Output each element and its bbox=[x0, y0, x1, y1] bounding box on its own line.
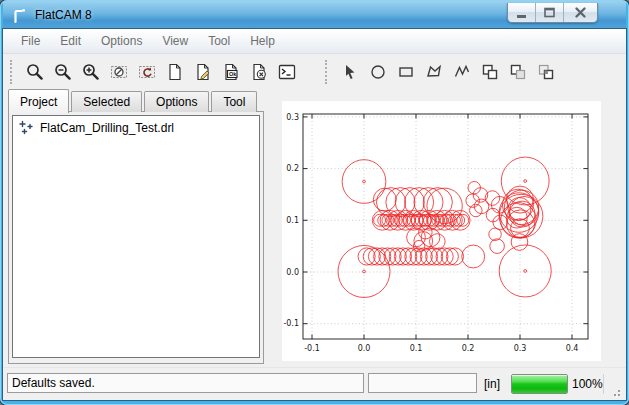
close-icon bbox=[572, 5, 589, 20]
status-message-panel: Defaults saved. bbox=[7, 373, 364, 393]
cancel-document-button[interactable] bbox=[245, 59, 273, 85]
zoom-fit-icon bbox=[25, 62, 45, 82]
toolbar-drag-handle-2[interactable] bbox=[325, 60, 330, 84]
new-project-icon bbox=[165, 62, 185, 82]
resize-grip[interactable] bbox=[610, 384, 622, 396]
draw-polygon-button[interactable] bbox=[420, 59, 448, 85]
menu-item-edit[interactable]: Edit bbox=[50, 30, 91, 52]
draw-polygon-icon bbox=[424, 62, 444, 82]
tree-item[interactable]: FlatCam_Drilling_Test.drl bbox=[13, 116, 259, 137]
svg-text:0.0: 0.0 bbox=[286, 268, 299, 277]
window-controls bbox=[507, 3, 598, 23]
status-message: Defaults saved. bbox=[12, 376, 95, 390]
union-button[interactable] bbox=[476, 59, 504, 85]
cancel-document-icon bbox=[249, 62, 269, 82]
progress-percent-label: 100% bbox=[572, 377, 603, 391]
progress-fill bbox=[512, 375, 567, 393]
toolbar-group-geometry bbox=[336, 59, 560, 85]
svg-text:-0.1: -0.1 bbox=[283, 319, 299, 328]
toolbar-group-file: Ok bbox=[21, 59, 301, 85]
draw-path-icon bbox=[452, 62, 472, 82]
close-button[interactable] bbox=[563, 3, 597, 22]
tab-bar: ProjectSelectedOptionsTool bbox=[8, 89, 259, 112]
clear-plot-icon bbox=[109, 62, 129, 82]
accept-document-button[interactable]: Ok bbox=[217, 59, 245, 85]
shell-icon bbox=[277, 62, 297, 82]
intersect-button[interactable] bbox=[532, 59, 560, 85]
union-icon bbox=[480, 62, 500, 82]
tab-tool[interactable]: Tool bbox=[211, 91, 257, 112]
edit-document-button[interactable] bbox=[189, 59, 217, 85]
maximize-button[interactable] bbox=[535, 3, 563, 22]
zoom-out-button[interactable] bbox=[49, 59, 77, 85]
draw-rectangle-button[interactable] bbox=[392, 59, 420, 85]
tree-item-label: FlatCam_Drilling_Test.drl bbox=[40, 121, 174, 135]
zoom-out-icon bbox=[53, 62, 73, 82]
replot-button[interactable] bbox=[133, 59, 161, 85]
select-icon bbox=[340, 62, 360, 82]
minimize-button[interactable] bbox=[508, 3, 535, 22]
svg-text:0.1: 0.1 bbox=[410, 344, 423, 353]
menu-bar: FileEditOptionsViewToolHelp bbox=[3, 29, 626, 54]
svg-text:0.1: 0.1 bbox=[286, 216, 299, 225]
window-title: FlatCAM 8 bbox=[35, 8, 92, 22]
menu-item-options[interactable]: Options bbox=[91, 30, 152, 52]
menu-item-view[interactable]: View bbox=[152, 30, 198, 52]
app-icon bbox=[11, 7, 28, 24]
shell-button[interactable] bbox=[273, 59, 301, 85]
progress-bar bbox=[511, 374, 568, 394]
project-tree: FlatCam_Drilling_Test.drl bbox=[12, 115, 260, 358]
replot-icon bbox=[137, 62, 157, 82]
select-button[interactable] bbox=[336, 59, 364, 85]
content-area: FileEditOptionsViewToolHelp Ok ProjectSe… bbox=[3, 29, 626, 400]
edit-document-icon bbox=[193, 62, 213, 82]
toolbar: Ok bbox=[3, 55, 626, 88]
status-aux-panel bbox=[368, 373, 477, 393]
draw-rectangle-icon bbox=[396, 62, 416, 82]
minimize-icon bbox=[513, 5, 530, 20]
menu-item-help[interactable]: Help bbox=[240, 30, 285, 52]
accept-document-icon: Ok bbox=[221, 62, 241, 82]
tab-options[interactable]: Options bbox=[144, 91, 209, 112]
svg-text:Ok: Ok bbox=[229, 71, 237, 77]
plot-canvas[interactable]: -0.10.00.10.20.30.4-0.10.00.10.20.3 bbox=[270, 99, 621, 367]
zoom-fit-button[interactable] bbox=[21, 59, 49, 85]
tab-selected[interactable]: Selected bbox=[71, 91, 142, 112]
toolbar-drag-handle[interactable] bbox=[10, 60, 15, 84]
subtract-icon bbox=[508, 62, 528, 82]
svg-text:0.3: 0.3 bbox=[286, 113, 299, 122]
subtract-button[interactable] bbox=[504, 59, 532, 85]
draw-circle-icon bbox=[368, 62, 388, 82]
svg-text:0.2: 0.2 bbox=[286, 164, 299, 173]
svg-text:0.4: 0.4 bbox=[566, 344, 579, 353]
draw-circle-button[interactable] bbox=[364, 59, 392, 85]
svg-text:0.3: 0.3 bbox=[514, 344, 527, 353]
svg-text:0.2: 0.2 bbox=[462, 344, 475, 353]
new-project-button[interactable] bbox=[161, 59, 189, 85]
maximize-icon bbox=[541, 5, 558, 20]
status-bar: Defaults saved. [in] 100% bbox=[3, 367, 626, 400]
clear-plot-button[interactable] bbox=[105, 59, 133, 85]
draw-path-button[interactable] bbox=[448, 59, 476, 85]
zoom-in-button[interactable] bbox=[77, 59, 105, 85]
svg-text:0.0: 0.0 bbox=[358, 344, 371, 353]
intersect-icon bbox=[536, 62, 556, 82]
status-separator bbox=[603, 374, 604, 394]
svg-text:-0.1: -0.1 bbox=[304, 344, 320, 353]
menu-item-file[interactable]: File bbox=[11, 30, 50, 52]
flatcam-window: FlatCAM 8 FileEditOptionsViewToolHelp Ok… bbox=[0, 0, 629, 405]
drill-object-icon bbox=[19, 120, 34, 135]
tab-project[interactable]: Project bbox=[8, 89, 69, 113]
zoom-in-icon bbox=[81, 62, 101, 82]
menu-item-tool[interactable]: Tool bbox=[198, 30, 240, 52]
units-label: [in] bbox=[484, 377, 500, 391]
